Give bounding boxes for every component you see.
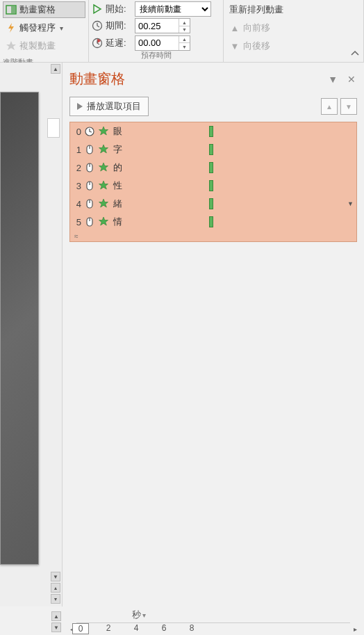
move-up-button[interactable]: ▲: [321, 98, 338, 115]
play-icon: [77, 103, 83, 110]
ribbon-group-advanced: 動畫窗格 觸發程序 ▾ 複製動畫 進階動畫: [0, 0, 89, 62]
animation-name: 性: [113, 179, 122, 192]
ruler-tick[interactable]: 6: [156, 623, 172, 633]
mouse-icon: [84, 216, 95, 227]
animation-index: 1: [74, 145, 81, 155]
move-later-button: ▼ 向後移: [226, 38, 361, 54]
play-icon: [92, 3, 103, 15]
slide-thumbnail[interactable]: [0, 92, 39, 565]
spin-down[interactable]: ▼: [179, 26, 190, 33]
duration-input[interactable]: [135, 21, 177, 31]
scroll-down-button[interactable]: ▼: [51, 622, 61, 632]
pane-icon: [6, 4, 17, 15]
timeline-bar[interactable]: [209, 144, 213, 155]
ruler-tick[interactable]: 2: [100, 623, 117, 633]
animation-item[interactable]: 5情: [70, 213, 356, 231]
pane-toolbar: 播放選取項目 ▲ ▼: [63, 94, 364, 119]
animation-pane: 動畫窗格 ▼ ✕ 播放選取項目 ▲ ▼ 0眼1字2的3性4緒▼5情≈: [63, 63, 364, 606]
slide-thumbnail-small[interactable]: [47, 118, 60, 138]
start-select[interactable]: 接續前動畫: [135, 1, 211, 17]
ruler-scroll-right[interactable]: ▸: [350, 624, 360, 634]
scroll-up-button[interactable]: ▲: [51, 64, 60, 74]
pane-header: 動畫窗格 ▼ ✕: [63, 63, 364, 94]
star-icon: [6, 40, 17, 51]
time-unit-selector[interactable]: 秒▾: [63, 607, 364, 622]
clock-icon: [92, 20, 103, 31]
timeline-bar[interactable]: [209, 162, 213, 173]
mouse-icon: [84, 144, 95, 155]
mouse-icon: [84, 162, 95, 173]
pane-close-button[interactable]: ✕: [347, 74, 356, 85]
effect-star-icon: [98, 144, 109, 155]
animation-item[interactable]: 3性: [70, 177, 356, 195]
animation-item[interactable]: 0眼: [70, 122, 356, 140]
animation-pane-label: 動畫窗格: [19, 3, 56, 16]
effect-star-icon: [98, 216, 109, 227]
scroll-top-button[interactable]: ▴: [51, 583, 60, 593]
pane-title: 動畫窗格: [69, 70, 125, 88]
ruler-tick[interactable]: 4: [128, 623, 144, 633]
animation-pane-button[interactable]: 動畫窗格: [3, 1, 85, 18]
collapse-list-button[interactable]: ≈: [70, 231, 356, 241]
animation-index: 3: [74, 181, 81, 191]
move-earlier-button: ▲ 向前移: [226, 19, 361, 36]
delay-spinner[interactable]: ▲▼: [135, 35, 190, 51]
timeline-bar[interactable]: [209, 198, 213, 209]
slide-thumbnail-strip: ▲ ▼ ▴ ▾: [0, 63, 63, 606]
animation-name: 字: [113, 143, 122, 156]
animation-name: 的: [113, 161, 122, 174]
reorder-label: 重新排列動畫: [226, 1, 361, 18]
start-label: 開始:: [106, 3, 132, 15]
animation-index: 4: [74, 199, 81, 209]
timeline-footer: 秒▾ ◂ 02468 ▸: [63, 607, 364, 635]
spin-down[interactable]: ▼: [179, 43, 190, 50]
spin-up[interactable]: ▲: [179, 36, 190, 44]
timeline-bar[interactable]: [209, 180, 213, 191]
ruler-tick[interactable]: 8: [183, 623, 200, 633]
timeline-ruler: ◂ 02468 ▸: [63, 622, 364, 635]
mouse-icon: [84, 180, 95, 191]
animation-name: 眼: [113, 125, 122, 138]
timing-group-label: 預存時間: [89, 50, 223, 61]
effect-star-icon: [98, 126, 109, 137]
delay-clock-icon: [92, 38, 103, 49]
animation-item[interactable]: 1字: [70, 140, 356, 159]
duration-spinner[interactable]: ▲▼: [135, 18, 190, 33]
trigger-label: 觸發程序: [19, 22, 56, 34]
ribbon-group-timing: 開始: 接續前動畫 期間: ▲▼ 延遲: ▲▼ 預存時間: [89, 0, 224, 62]
animation-item[interactable]: 2的: [70, 159, 356, 177]
ruler-tick[interactable]: 0: [72, 623, 89, 634]
animation-index: 2: [74, 163, 81, 173]
trigger-button[interactable]: 觸發程序 ▾: [3, 19, 85, 36]
effect-star-icon: [98, 180, 109, 191]
timeline-bar[interactable]: [209, 126, 213, 137]
ribbon-group-reorder: 重新排列動畫 ▲ 向前移 ▼ 向後移: [224, 0, 364, 62]
mouse-icon: [84, 198, 95, 209]
scroll-down-button[interactable]: ▼: [51, 572, 60, 581]
delay-label: 延遲:: [106, 37, 132, 49]
animation-index: 0: [74, 127, 81, 137]
play-selection-label: 播放選取項目: [87, 100, 141, 113]
scroll-bottom-button[interactable]: ▾: [51, 594, 60, 604]
copy-animation-button: 複製動畫: [3, 38, 85, 54]
collapse-ribbon-button[interactable]: [349, 48, 361, 59]
move-down-button[interactable]: ▼: [340, 98, 357, 115]
animation-item[interactable]: 4緒▼: [70, 195, 356, 213]
animation-name: 情: [113, 216, 122, 228]
item-menu-arrow[interactable]: ▼: [347, 200, 354, 207]
play-selection-button[interactable]: 播放選取項目: [69, 97, 149, 116]
timeline-bar[interactable]: [209, 216, 213, 227]
main-area: ▲ ▼ ▴ ▾ 動畫窗格 ▼ ✕ 播放選取項目 ▲ ▼: [0, 63, 364, 606]
effect-star-icon: [98, 162, 109, 173]
spin-up[interactable]: ▲: [179, 19, 190, 26]
scroll-up-button[interactable]: ▲: [51, 611, 61, 621]
pane-options-button[interactable]: ▼: [328, 74, 338, 85]
animation-name: 緒: [113, 198, 122, 210]
ruler-track[interactable]: 02468: [76, 622, 350, 635]
delay-input[interactable]: [135, 38, 177, 48]
copy-animation-label: 複製動畫: [19, 40, 56, 52]
clock-icon: [84, 126, 95, 137]
lightning-icon: [6, 22, 17, 33]
effect-star-icon: [98, 198, 109, 209]
ribbon: 動畫窗格 觸發程序 ▾ 複製動畫 進階動畫 開始: 接續前動畫: [0, 0, 364, 63]
